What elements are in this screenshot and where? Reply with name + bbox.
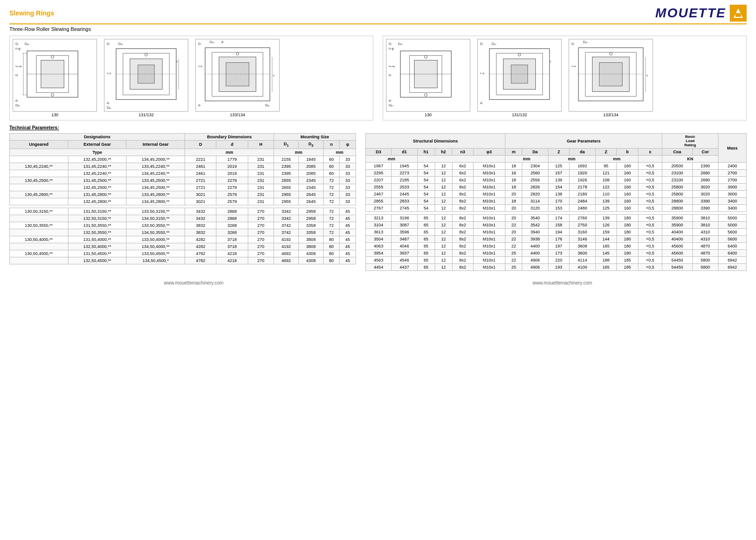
mm-header3: mm — [323, 149, 356, 156]
svg-text:D-: D- — [571, 42, 575, 45]
diagrams-section: D- D₁- n-φ d- D₁- H n₁-φ₁ — [9, 36, 747, 120]
svg-text:D-: D- — [15, 42, 19, 45]
D2-header: D2 — [298, 141, 323, 149]
right-table: Structural Dimensions Gear Parameters Ba… — [365, 133, 747, 271]
svg-point-79 — [609, 52, 612, 55]
d1-header: d1 — [392, 149, 417, 156]
struct-dims-header: Structural Dimensions — [366, 134, 505, 149]
table-row: 2467244554128x2M10x12028201382180110160+… — [366, 191, 747, 198]
table-row: 132,50,3150,**134,50,3150,**343228682703… — [10, 215, 356, 222]
table-row: 3104308765128x2M10x12235421582750126180+… — [366, 222, 747, 229]
svg-text:d-: d- — [221, 40, 224, 44]
mounting-size-header: Mounting Size — [274, 134, 356, 141]
table-row: 1967194554126x2M10x1182304125169295160+0… — [366, 163, 747, 170]
mass-header: Mass — [718, 134, 746, 163]
m-header: m — [505, 149, 522, 156]
table-row: 4563454665128x2M10x12249062204114188185+… — [366, 257, 747, 264]
svg-text:H: H — [15, 74, 18, 77]
diagram-label-131-132-right: 131/132 — [512, 112, 527, 117]
table-row: 132,45,2000,**134,45,2000,**222117792312… — [10, 156, 356, 163]
svg-point-12 — [51, 56, 54, 59]
table-row: 3954393765128x2M10x12544001733600145180+… — [366, 250, 747, 257]
table-row: 4063404665128x2M10x12244001973608165180+… — [366, 243, 747, 250]
type-header: Type — [10, 149, 185, 156]
empty-r2 — [638, 156, 662, 163]
svg-text:n₁-φ₁: n₁-φ₁ — [15, 65, 22, 68]
page-header: Slewing Rings MOUETTE — [9, 5, 747, 24]
table-row: 130,45,2240,**131,45,2240,**133,45,2240,… — [10, 163, 356, 170]
svg-rect-76 — [599, 62, 622, 86]
table-row: 2855283354128x2M10x11831141702484139160+… — [366, 198, 747, 205]
table-row: 4454443765128x2M10x12549061934100165185+… — [366, 264, 747, 271]
svg-rect-1 — [735, 13, 741, 17]
svg-text:d-: d- — [15, 99, 18, 102]
svg-text:n-φ: n-φ — [389, 47, 394, 51]
Z-header: Z — [548, 149, 570, 156]
svg-text:d-: d- — [198, 104, 201, 107]
mm-r4: mm — [595, 156, 638, 163]
D3-header: D3 — [366, 149, 392, 156]
svg-text:D₁-: D₁- — [398, 42, 403, 45]
mm-r1: mm — [366, 156, 418, 163]
diagram-label-133-134: 133/134 — [230, 112, 245, 117]
mm-header2: mm — [274, 149, 324, 156]
table-row: 2207218554126x2M10x11825561391926108160+… — [366, 177, 747, 184]
svg-text:D-: D- — [389, 42, 392, 45]
svg-text:d-: d- — [480, 101, 483, 105]
ext-gear-header: External Gear — [68, 141, 126, 149]
diagram-label-133-134-right: 133/134 — [603, 112, 619, 117]
svg-text:D-: D- — [480, 42, 483, 45]
x-header: x — [638, 149, 662, 156]
table-row: 132,50,4500,**134,50,4500,*4782421827046… — [10, 257, 356, 264]
table-row: 132,45,2800,**134,45,2800,**302125792312… — [10, 198, 356, 205]
main-tables: Designations Boundary Dimensions Mountin… — [9, 133, 747, 271]
left-table-section: Designations Boundary Dimensions Mountin… — [9, 133, 356, 271]
table-row: 132,45,2240,**134,45,2240,**246120192312… — [10, 170, 356, 177]
svg-text:b: b — [176, 60, 178, 63]
technical-params-label: Technical Parameters: — [9, 125, 747, 130]
svg-text:n-φ: n-φ — [198, 65, 202, 68]
table-row: 2767274554128x2M10x12031201532480125160+… — [366, 205, 747, 212]
diagram-130-right: D- D₁- n-φ d- D₁- H n₁-φ₁ 130 — [386, 39, 470, 117]
d-header: d — [216, 141, 248, 149]
table-row: 2295227354126x2M10x11625601571920121160+… — [366, 170, 747, 177]
logo-area: MOUETTE — [655, 5, 747, 22]
ungeared-header: Ungeared — [10, 141, 68, 149]
diagram-131-132-right: D- D₁- n-φ d- b 131/132 — [477, 39, 562, 117]
right-table-section: Structural Dimensions Gear Parameters Ba… — [365, 133, 747, 271]
svg-text:n-φ: n-φ — [107, 72, 111, 75]
da-header: da — [570, 149, 595, 156]
KN-header: KN — [662, 156, 718, 163]
svg-text:b: b — [646, 74, 648, 77]
table-row: 130,50,4000,**131,50,4000,**133,50,4000,… — [10, 236, 356, 243]
svg-text:D₁-: D₁- — [492, 42, 497, 45]
svg-text:n-φ: n-φ — [571, 65, 576, 68]
b-header: b — [617, 149, 638, 156]
svg-text:D₁-: D₁- — [583, 40, 588, 44]
n-header: n — [323, 141, 340, 149]
svg-text:b: b — [549, 60, 551, 63]
svg-rect-39 — [226, 62, 249, 86]
svg-text:D₁-: D₁- — [107, 106, 111, 109]
table-row: 130,50,3550,**131,50,3550,**133,50,3550,… — [10, 222, 356, 229]
table-row: 132,45,2500,**134,45,2500,**272122792312… — [10, 184, 356, 191]
logo-text: MOUETTE — [655, 6, 726, 21]
svg-point-44 — [236, 52, 239, 55]
svg-text:n-φ: n-φ — [15, 47, 21, 51]
diagram-131-132: D- D₁- n-φ d- D₁- b 131/132 — [104, 39, 188, 117]
phi3-header: φ3 — [473, 149, 505, 156]
D1-header: D1 — [274, 141, 299, 149]
left-table: Designations Boundary Dimensions Mountin… — [9, 133, 356, 264]
h1-header: h1 — [417, 149, 435, 156]
table-row: 130,45,2800,**131,45,2800,**133,45,2800,… — [10, 191, 356, 198]
page-title: Slewing Rings — [9, 9, 54, 17]
table-row: 132,50,3550,**134,50,3550,**383232682703… — [10, 229, 356, 236]
boundary-dims-header: Boundary Dimensions — [185, 134, 274, 141]
diagram-133-134: D- D₁- d- n-φ d- D₁- b 133/134 — [195, 39, 280, 117]
svg-point-57 — [424, 56, 427, 59]
svg-text:n₁-φ₁: n₁-φ₁ — [389, 65, 395, 68]
website-right: www.mouettemachinery.com — [533, 280, 592, 285]
Cor-header: Cor — [692, 149, 718, 156]
D-header: D — [185, 141, 216, 149]
svg-text:D-: D- — [198, 42, 201, 45]
